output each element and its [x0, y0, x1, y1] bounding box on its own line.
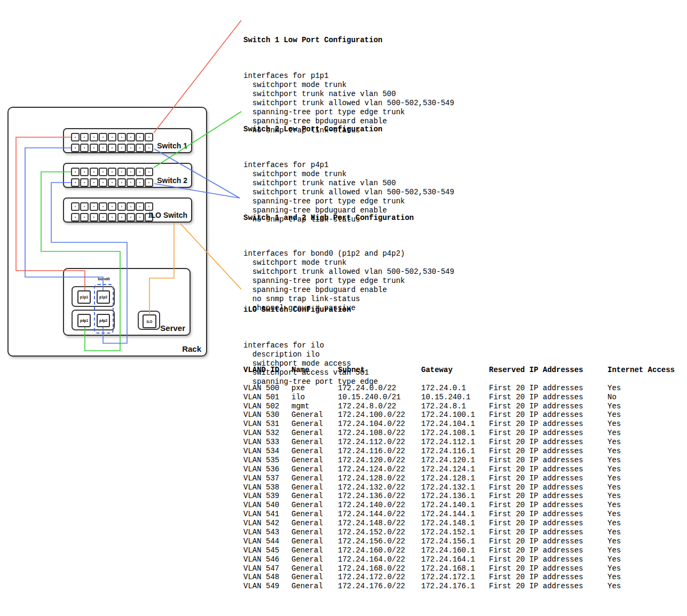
- table-cell: First 20 IP addresses: [489, 555, 607, 564]
- server-port-ilo: iLO: [143, 314, 156, 328]
- table-row: VLAN 502mgmt172.24.8.0/22172.24.8.1First…: [243, 402, 677, 411]
- table-cell: General: [291, 555, 338, 564]
- table-cell: 172.24.0.1: [421, 384, 489, 393]
- table-cell: 172.24.140.1: [421, 501, 489, 510]
- table-row: VLAN 538General172.24.132.0/22172.24.132…: [243, 483, 677, 492]
- table-cell: General: [291, 492, 338, 501]
- table-cell: General: [291, 483, 338, 492]
- table-cell: No: [607, 393, 677, 402]
- table-cell: VLAN 549: [243, 582, 291, 591]
- column-header: Subnet: [338, 366, 421, 375]
- table-cell: First 20 IP addresses: [489, 519, 607, 528]
- table-cell: VLAN 547: [243, 564, 291, 573]
- table-cell: General: [291, 410, 338, 420]
- table-cell: First 20 IP addresses: [489, 564, 607, 573]
- switch-1-port-r1-c8: [136, 133, 144, 141]
- switch-2-port-r2-c9: [145, 178, 153, 187]
- table-cell: 172.24.152.0/22: [338, 528, 421, 537]
- table-cell: Yes: [607, 456, 677, 465]
- table-cell: Yes: [607, 402, 677, 411]
- table-cell: 172.24.160.1: [421, 546, 489, 555]
- table-cell: Yes: [607, 384, 677, 393]
- table-cell: 10.15.240.1: [421, 393, 489, 402]
- table-cell: First 20 IP addresses: [489, 492, 607, 501]
- ilo-switch-port-r1-c9: [145, 202, 153, 211]
- table-cell: VLAN 539: [243, 492, 291, 501]
- table-row: VLAN 537General172.24.128.0/22172.24.128…: [243, 474, 677, 483]
- table-cell: VLAN 537: [243, 474, 291, 483]
- table-cell: First 20 IP addresses: [489, 438, 607, 447]
- table-row: VLAN 536General172.24.124.0/22172.24.124…: [243, 465, 677, 474]
- table-cell: Yes: [607, 420, 677, 429]
- column-header: Internet Access: [607, 366, 677, 375]
- column-header: Gateway: [421, 366, 489, 375]
- table-cell: First 20 IP addresses: [489, 510, 607, 519]
- table-row: VLAN 544General172.24.156.0/22172.24.156…: [243, 537, 677, 546]
- table-cell: First 20 IP addresses: [489, 573, 607, 582]
- switch-1-port-r2-c8: [136, 144, 144, 152]
- table-cell: 172.24.8.1: [421, 402, 489, 411]
- table-cell: 172.24.144.0/22: [338, 510, 421, 519]
- config-title-high-port: Switch 1 and 2 High Port Configuration: [243, 214, 454, 223]
- table-cell: General: [291, 564, 338, 573]
- table-cell: Yes: [607, 573, 677, 582]
- switch-1-port-r1-c9: [145, 133, 153, 141]
- ilo-switch-port-r1-c2: [80, 202, 89, 211]
- switch-2-port-r2-c5: [108, 178, 116, 187]
- switch-1-port-r2-c3: [90, 144, 98, 152]
- table-cell: First 20 IP addresses: [489, 465, 607, 474]
- table-cell: 172.24.148.0/22: [338, 519, 421, 528]
- table-cell: VLAN 500: [243, 384, 291, 393]
- table-cell: General: [291, 429, 338, 438]
- table-cell: 172.24.164.0/22: [338, 555, 421, 564]
- table-cell: ilo: [291, 393, 338, 402]
- table-cell: VLAN 545: [243, 546, 291, 555]
- table-cell: First 20 IP addresses: [489, 483, 607, 492]
- table-cell: VLAN 546: [243, 555, 291, 564]
- table-cell: 172.24.160.0/22: [338, 546, 421, 555]
- table-cell: Yes: [607, 546, 677, 555]
- ilo-switch-port-r2-c3: [90, 213, 98, 222]
- table-row: VLAN 539General172.24.136.0/22172.24.136…: [243, 492, 677, 501]
- ilo-switch-port-r2-c7: [127, 213, 135, 222]
- table-row: VLAN 549General172.24.176.0/22172.24.176…: [243, 582, 677, 591]
- table-cell: Yes: [607, 447, 677, 456]
- switch-1-port-r1-c1: [71, 133, 80, 141]
- table-cell: 172.24.156.0/22: [338, 537, 421, 546]
- table-cell: VLAN 532: [243, 429, 291, 438]
- server-port-p1p1-label: p1p1: [80, 295, 88, 299]
- table-row: VLAN 535General172.24.120.0/22172.24.120…: [243, 456, 677, 465]
- table-cell: 172.24.168.1: [421, 564, 489, 573]
- table-cell: Yes: [607, 528, 677, 537]
- ilo-switch-port-r2-c5: [108, 213, 116, 222]
- ilo-switch-port-r1-c3: [90, 202, 98, 211]
- table-cell: VLAN 548: [243, 573, 291, 582]
- column-header: Reserved IP Addresses: [489, 366, 607, 375]
- table-cell: General: [291, 474, 338, 483]
- table-cell: 172.24.132.0/22: [338, 483, 421, 492]
- table-cell: First 20 IP addresses: [489, 537, 607, 546]
- bond0-outline: [94, 284, 114, 334]
- table-cell: Yes: [607, 438, 677, 447]
- table-cell: Yes: [607, 465, 677, 474]
- ilo-switch-port-r1-c4: [99, 202, 107, 211]
- table-cell: VLAN 530: [243, 410, 291, 420]
- table-cell: 172.24.8.0/22: [338, 402, 421, 411]
- ilo-switch-box: iLO Switch: [63, 198, 192, 223]
- switch-2-port-r1-c4: [99, 168, 107, 176]
- switch-2-port-r2-c1: [71, 178, 80, 187]
- switch-1-port-r2-c7: [127, 144, 135, 152]
- table-cell: 172.24.120.0/22: [338, 456, 421, 465]
- table-cell: 10.15.240.0/21: [338, 393, 421, 402]
- config-title-switch1-low: Switch 1 Low Port Configuration: [243, 36, 454, 45]
- ilo-switch-port-r2-c2: [80, 213, 89, 222]
- table-cell: General: [291, 501, 338, 510]
- table-row: VLAN 548General172.24.172.0/22172.24.172…: [243, 573, 677, 582]
- table-cell: 172.24.164.1: [421, 555, 489, 564]
- table-cell: First 20 IP addresses: [489, 546, 607, 555]
- table-cell: Yes: [607, 474, 677, 483]
- table-cell: Yes: [607, 483, 677, 492]
- table-row: VLAN 531General172.24.104.0/22172.24.104…: [243, 420, 677, 429]
- table-cell: First 20 IP addresses: [489, 402, 607, 411]
- table-cell: VLAN 533: [243, 438, 291, 447]
